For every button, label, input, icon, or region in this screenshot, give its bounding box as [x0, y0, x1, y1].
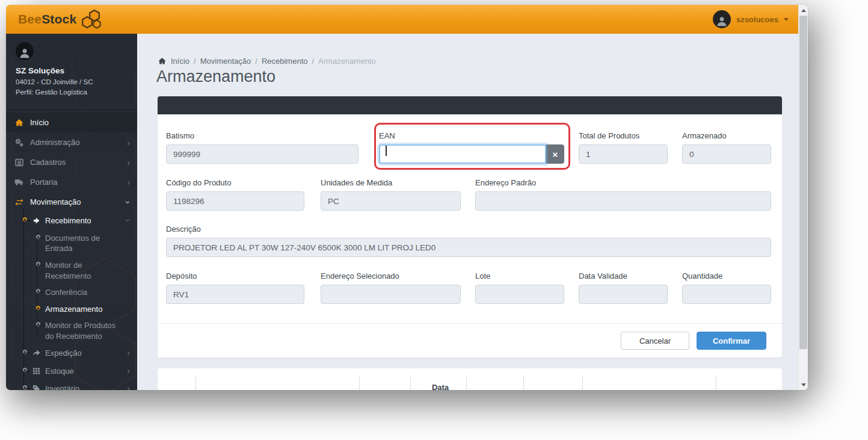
confirm-button[interactable]: Confirmar	[697, 332, 766, 350]
ean-input[interactable]	[379, 144, 546, 164]
sidebar-item-expedicao[interactable]: Expedição ›	[6, 344, 137, 362]
dispatch-icon	[32, 349, 41, 358]
sidebar-item-label: Documentos de Entrada	[45, 233, 119, 254]
person-icon	[19, 47, 31, 59]
sidebar-item-movimentacao[interactable]: Movimentação ›	[6, 192, 137, 212]
sidebar-item-documentos-de-entrada[interactable]: Documentos de Entrada	[6, 230, 137, 257]
table-column-divider	[195, 376, 196, 390]
lote-field: Lote	[475, 271, 564, 304]
user-menu[interactable]: szsolucoes	[713, 10, 789, 28]
sidebar-item-label: Expedição	[45, 348, 82, 359]
chevron-down-icon: ›	[125, 219, 133, 222]
tree-dash	[37, 265, 43, 265]
scrollbar-thumb[interactable]	[799, 16, 807, 349]
vertical-scrollbar[interactable]	[798, 5, 808, 390]
sidebar-item-label: Cadastros	[30, 158, 66, 167]
quantidade-field: Quantidade	[682, 271, 771, 304]
triangle-up-icon	[801, 9, 806, 12]
breadcrumb-movimentacao[interactable]: Movimentação	[200, 57, 251, 66]
batismo-label: Batismo	[166, 131, 359, 140]
sidebar-item-conferencia[interactable]: Conferência	[6, 284, 137, 301]
main-content: Início / Movimentação / Recebimento / Ar…	[137, 34, 798, 390]
sidebar-item-monitor-de-produtos[interactable]: Monitor de Produtos do Recebimento	[6, 317, 137, 344]
sidebar-item-administracao[interactable]: Administração ›	[6, 132, 137, 152]
sidebar: SZ Soluções 04012 - CD Joinville / SC Pe…	[6, 34, 137, 390]
sidebar-item-label: Estoque	[45, 366, 74, 377]
unidades-medida-field: Unidades de Medida	[321, 178, 461, 211]
sidebar-item-recebimento[interactable]: Recebimento ›	[6, 212, 137, 230]
armazenado-input	[682, 144, 771, 164]
sidebar-item-label: Conferência	[45, 287, 87, 298]
data-validade-input	[579, 285, 668, 304]
tree-dash	[23, 220, 30, 221]
total-produtos-field: Total de Produtos	[579, 131, 668, 164]
table-column-divider	[582, 376, 583, 390]
top-bar: BeeStock szsolucoes	[6, 5, 798, 34]
breadcrumb-separator: /	[312, 57, 314, 66]
unidades-medida-input	[321, 191, 461, 211]
page-title: Armazenamento	[156, 67, 275, 86]
chevron-right-icon: ›	[127, 138, 130, 147]
breadcrumb-recebimento[interactable]: Recebimento	[262, 57, 308, 66]
scroll-down-button[interactable]	[799, 380, 808, 389]
sidebar-user-profile: Perfil: Gestão Logística	[16, 87, 128, 98]
beestock-logo[interactable]: BeeStock	[18, 9, 102, 29]
recebimento-submenu: Documentos de Entrada Monitor de Recebim…	[6, 230, 137, 344]
list-icon	[14, 158, 24, 167]
sidebar-user-panel: SZ Soluções 04012 - CD Joinville / SC Pe…	[6, 34, 137, 105]
ean-label: EAN	[379, 131, 564, 140]
data-validade-label: Data Validade	[579, 271, 668, 280]
endereco-selecionado-field: Endereço Selecionado	[321, 271, 461, 304]
unidades-medida-label: Unidades de Medida	[321, 178, 461, 187]
quantidade-label: Quantidade	[682, 271, 771, 280]
sidebar-item-armazenamento[interactable]: Armazenamento	[6, 301, 137, 318]
tree-dash	[37, 292, 43, 293]
batismo-input	[166, 144, 359, 164]
clear-ean-button[interactable]: ×	[546, 144, 564, 164]
ean-input-group: ×	[379, 144, 564, 164]
descricao-field: Descrição	[166, 225, 771, 257]
descricao-input	[166, 238, 771, 257]
app-window: BeeStock szsolucoes	[6, 5, 808, 390]
breadcrumb-inicio[interactable]: Início	[171, 57, 189, 66]
sidebar-item-portaria[interactable]: Portaria ›	[6, 172, 137, 192]
tree-dash	[37, 238, 43, 238]
endereco-padrao-field: Endereço Padrão	[475, 178, 771, 211]
lote-label: Lote	[475, 271, 564, 280]
sidebar-item-inicio[interactable]: Início	[6, 113, 137, 132]
storage-form-panel: Batismo EAN × Total de Produtos	[158, 96, 782, 358]
codigo-produto-label: Código do Produto	[166, 178, 304, 187]
chevron-right-icon: ›	[127, 384, 130, 390]
scroll-up-button[interactable]	[799, 5, 808, 15]
sidebar-item-inventario[interactable]: Inventário ›	[6, 380, 137, 390]
endereco-selecionado-label: Endereço Selecionado	[321, 271, 461, 280]
cancel-button[interactable]: Cancelar	[621, 332, 689, 350]
panel-header	[158, 96, 782, 114]
sidebar-user-name: SZ Soluções	[16, 66, 128, 75]
honeycomb-logo-icon	[81, 9, 102, 29]
sidebar-item-monitor-de-recebimento[interactable]: Monitor de Recebimento	[6, 257, 137, 284]
deposito-input	[166, 285, 304, 304]
breadcrumb-separator: /	[194, 57, 196, 66]
sidebar-item-cadastros[interactable]: Cadastros ›	[6, 152, 137, 172]
sidebar-avatar	[16, 42, 34, 60]
chevron-right-icon: ›	[127, 158, 130, 167]
deposito-field: Depósito	[166, 271, 304, 304]
sidebar-item-estoque[interactable]: Estoque ›	[6, 362, 137, 380]
sidebar-item-label: Recebimento	[45, 215, 91, 226]
tree-dash	[23, 371, 30, 371]
tree-dash	[37, 309, 43, 309]
grid-icon	[32, 367, 41, 376]
batismo-field: Batismo	[166, 131, 359, 164]
sidebar-item-label: Monitor de Produtos do Recebimento	[45, 320, 119, 341]
breadcrumb: Início / Movimentação / Recebimento / Ar…	[158, 57, 376, 66]
ean-field: EAN ×	[379, 131, 564, 164]
panel-divider	[158, 323, 782, 324]
brand-bee: Bee	[18, 12, 42, 26]
sidebar-item-label: Inventário	[45, 383, 79, 390]
tags-icon	[32, 384, 41, 390]
sidebar-item-label: Administração	[30, 138, 79, 147]
truck-icon	[14, 178, 24, 187]
chevron-right-icon: ›	[127, 367, 130, 375]
sidebar-item-label: Monitor de Recebimento	[45, 260, 119, 281]
